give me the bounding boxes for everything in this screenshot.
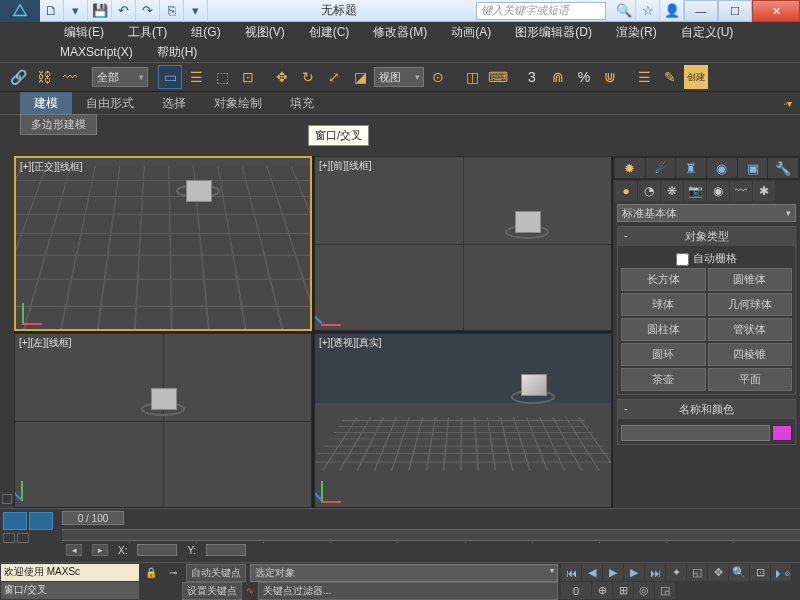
obj-geosphere-button[interactable]: 几何球体 (708, 293, 793, 316)
create-sel-button[interactable]: 创建 (684, 65, 708, 89)
time-slider[interactable]: 0 / 100 (62, 511, 124, 525)
rollout-header[interactable]: 名称和颜色 (618, 400, 795, 419)
ribbon-tab-selection[interactable]: 选择 (148, 92, 200, 115)
cat-space-icon[interactable]: 〰 (730, 181, 752, 201)
menu-help[interactable]: 帮助(H) (147, 42, 208, 63)
unlink-icon[interactable]: ⛓ (32, 65, 56, 89)
key-mode-icon[interactable]: ⏵⊘ (771, 564, 791, 581)
menu-animation[interactable]: 动画(A) (441, 22, 501, 43)
bind-icon[interactable]: 〰 (58, 65, 82, 89)
viewport-label[interactable]: [+][正交][线框] (20, 160, 83, 174)
key-prev-icon[interactable]: ◂ (66, 544, 82, 556)
close-button[interactable]: ✕ (752, 0, 800, 22)
key-next-icon[interactable]: ▸ (92, 544, 108, 556)
isolate-icon[interactable]: ◱ (687, 564, 707, 581)
cmd-tab-hierarchy-icon[interactable]: ♜ (676, 158, 706, 178)
ribbon-tab-freeform[interactable]: 自由形式 (72, 92, 148, 115)
percent-snap-icon[interactable]: % (572, 65, 596, 89)
prev-frame-icon[interactable]: ◀ (582, 564, 602, 581)
select-object-icon[interactable]: ▭ (158, 65, 182, 89)
link-icon[interactable]: 🔗 (6, 65, 30, 89)
menu-view[interactable]: 视图(V) (235, 22, 295, 43)
lock-icon[interactable]: 🔒 (142, 567, 160, 578)
play-icon[interactable]: ▶ (603, 564, 623, 581)
spinner-snap-icon[interactable]: ⋓ (598, 65, 622, 89)
menu-customize[interactable]: 自定义(U) (671, 22, 744, 43)
cat-shapes-icon[interactable]: ◔ (638, 181, 660, 201)
autogrid-checkbox[interactable]: 自动栅格 (621, 249, 792, 268)
cat-helpers-icon[interactable]: ◉ (707, 181, 729, 201)
undo-icon[interactable]: ↶ (112, 0, 136, 22)
obj-teapot-button[interactable]: 茶壶 (621, 368, 706, 391)
link-icon[interactable]: ⎘ (160, 0, 184, 22)
menu-maxscript[interactable]: MAXScript(X) (50, 43, 143, 61)
next-frame-icon[interactable]: ▶ (624, 564, 644, 581)
app-logo-icon[interactable] (0, 0, 40, 22)
selection-filter-dropdown[interactable]: 全部 (92, 67, 148, 87)
zoom-ext-icon[interactable]: ⊡ (750, 564, 770, 581)
new-icon[interactable]: 🗋 (40, 0, 64, 22)
rotate-icon[interactable]: ↻ (296, 65, 320, 89)
open-icon[interactable]: ▾ (64, 0, 88, 22)
layout-preset-icon[interactable] (29, 512, 53, 530)
orbit-icon[interactable]: ◎ (634, 582, 654, 599)
setkey-button[interactable]: 设置关键点 (182, 582, 242, 600)
ribbon-tab-objectpaint[interactable]: 对象绘制 (200, 92, 276, 115)
cmd-tab-display-icon[interactable]: ▣ (738, 158, 768, 178)
goto-start-icon[interactable]: ⏮ (561, 564, 581, 581)
redo-icon[interactable]: ↷ (136, 0, 160, 22)
key-mode-dropdown[interactable]: 选定对象 (250, 564, 558, 582)
viewport-label[interactable]: [+][左][线框] (19, 336, 72, 350)
menu-group[interactable]: 组(G) (181, 22, 230, 43)
ribbon-tab-modeling[interactable]: 建模 (20, 92, 72, 115)
viewport-left[interactable]: [+][左][线框] (14, 333, 312, 508)
viewport-label[interactable]: [+][透视][真实] (319, 336, 382, 350)
keyfilter-button[interactable]: 关键点过滤器... (258, 582, 558, 600)
time-ruler[interactable]: 0 10 20 30 40 50 60 70 80 90 100 (62, 529, 800, 541)
obj-sphere-button[interactable]: 球体 (621, 293, 706, 316)
menu-create[interactable]: 创建(C) (299, 22, 360, 43)
object-name-input[interactable] (621, 425, 770, 441)
obj-pyramid-button[interactable]: 四棱锥 (708, 343, 793, 366)
menu-tools[interactable]: 工具(T) (118, 22, 177, 43)
field-icon[interactable]: ⊞ (613, 582, 633, 599)
keyboard-icon[interactable]: ⌨ (486, 65, 510, 89)
search-input[interactable]: 键入关键字或短语 (476, 2, 606, 20)
maximize-button[interactable]: ☐ (718, 0, 752, 22)
obj-plane-button[interactable]: 平面 (708, 368, 793, 391)
menu-grapheditor[interactable]: 图形编辑器(D) (505, 22, 602, 43)
angle-snap-icon[interactable]: ⋒ (546, 65, 570, 89)
ref-coord-dropdown[interactable]: 视图 (374, 67, 424, 87)
autokey-button[interactable]: 自动关键点 (186, 564, 246, 582)
snap-toggle-icon[interactable]: 3 (520, 65, 544, 89)
cat-lights-icon[interactable]: ❋ (661, 181, 683, 201)
menu-modifier[interactable]: 修改器(M) (363, 22, 437, 43)
menu-render[interactable]: 渲染(R) (606, 22, 667, 43)
obj-cone-button[interactable]: 圆锥体 (708, 268, 793, 291)
cmd-tab-modify-icon[interactable]: ☄ (646, 158, 676, 178)
object-color-swatch[interactable] (772, 425, 792, 441)
minimize-button[interactable]: — (684, 0, 718, 22)
manipulate-icon[interactable]: ◫ (460, 65, 484, 89)
mirror-icon[interactable]: ✎ (658, 65, 682, 89)
select-region-icon[interactable]: ⬚ (210, 65, 234, 89)
select-name-icon[interactable]: ☰ (184, 65, 208, 89)
more-icon[interactable]: ▾ (184, 0, 208, 22)
cat-geometry-icon[interactable]: ● (615, 181, 637, 201)
time-cfg-icon[interactable]: ⊕ (592, 582, 612, 599)
obj-torus-button[interactable]: 圆环 (621, 343, 706, 366)
trackbar-btn-icon[interactable] (17, 533, 29, 543)
x-field[interactable] (137, 544, 177, 556)
binoculars-icon[interactable]: 🔍 (612, 0, 636, 22)
signin-icon[interactable]: 👤 (660, 0, 684, 22)
goto-end-icon[interactable]: ⏭ (645, 564, 665, 581)
cmd-tab-utilities-icon[interactable]: 🔧 (768, 158, 798, 178)
maxscript-listener[interactable]: 欢迎使用 MAXSc (1, 564, 139, 581)
place-icon[interactable]: ◪ (348, 65, 372, 89)
strip-btn[interactable] (2, 494, 12, 504)
save-icon[interactable]: 💾 (88, 0, 112, 22)
obj-box-button[interactable]: 长方体 (621, 268, 706, 291)
move-icon[interactable]: ✥ (270, 65, 294, 89)
obj-cylinder-button[interactable]: 圆柱体 (621, 318, 706, 341)
pan-icon[interactable]: ✥ (708, 564, 728, 581)
